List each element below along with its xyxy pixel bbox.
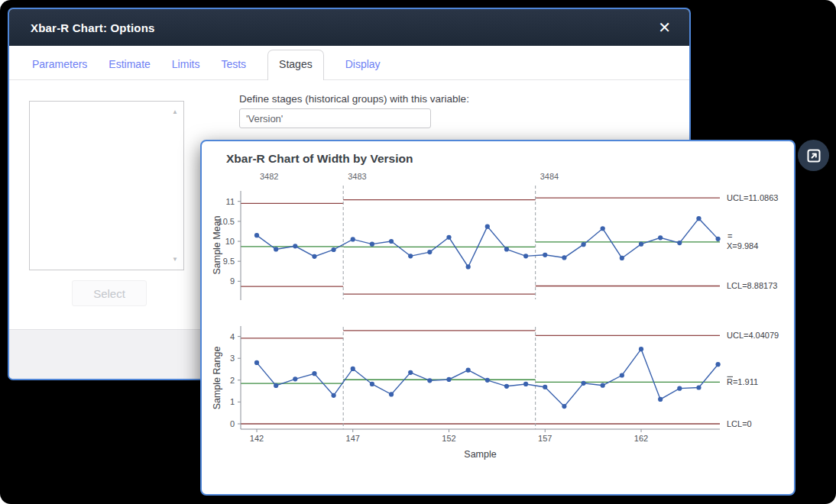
stage-label: 3482 <box>260 172 278 181</box>
mean-data-point <box>658 235 663 240</box>
expand-chart-button[interactable] <box>798 140 829 171</box>
mean-data-point <box>504 247 509 251</box>
mean-data-point <box>523 254 528 258</box>
mean-data-point <box>389 239 394 244</box>
range-data-point <box>389 392 394 396</box>
mean-data-point <box>446 235 451 240</box>
range-data-point <box>274 383 278 388</box>
y-axis-title: Sample Mean <box>212 215 222 274</box>
stage-label: 3484 <box>540 172 559 181</box>
y-tick-label: 3 <box>230 354 235 363</box>
range-data-point <box>620 373 624 377</box>
mean-data-point <box>312 254 316 259</box>
mean-data-point <box>485 225 490 229</box>
range-data-point <box>293 376 297 381</box>
dialog-title: Xbar-R Chart: Options <box>31 21 653 34</box>
open-in-new-icon <box>806 148 821 163</box>
range-data-point <box>716 362 721 367</box>
mean-data-point <box>543 253 547 257</box>
define-stages-label: Define stages (historical groups) with t… <box>239 93 469 105</box>
y-tick-label: 10 <box>225 237 235 246</box>
mean-data-point <box>293 244 297 248</box>
mean-chart: 99.51010.511Sample Mean <box>212 186 721 300</box>
close-icon[interactable]: ✕ <box>653 18 676 37</box>
scroll-up-icon[interactable]: ▲ <box>172 108 178 115</box>
x-axis-title: Sample <box>464 449 496 460</box>
limit-label: LCL=8.88173 <box>727 281 777 290</box>
range-data-point <box>562 404 566 409</box>
tab-parameters[interactable]: Parameters <box>32 50 87 79</box>
scroll-down-icon[interactable]: ▼ <box>172 256 178 263</box>
y-tick-label: 9.5 <box>223 257 235 266</box>
limit-label: UCL=4.04079 <box>727 331 779 340</box>
screen: Xbar-R Chart: Options ✕ Parameters Estim… <box>0 0 836 504</box>
range-data-point <box>351 367 355 371</box>
range-data-point <box>696 385 701 389</box>
range-data-point <box>446 377 451 382</box>
y-tick-label: 1 <box>230 397 235 406</box>
y-tick-label: 9 <box>230 276 235 286</box>
y-tick-label: 4 <box>230 332 235 341</box>
xbar-r-chart-window: Xbar-R Chart of Width by Version 3482348… <box>200 140 795 496</box>
x-tick-label: 162 <box>634 434 648 443</box>
mean-data-point <box>716 237 721 241</box>
range-data-point <box>427 378 432 383</box>
range-data-point <box>504 384 509 389</box>
tab-bar: Parameters Estimate Limits Tests Stages … <box>9 46 689 80</box>
x-tick-label: 152 <box>442 434 455 443</box>
x-tick-label: 157 <box>538 434 552 443</box>
dialog-titlebar: Xbar-R Chart: Options ✕ <box>9 9 689 46</box>
limit-label: R=1.911 <box>727 377 758 386</box>
tab-display[interactable]: Display <box>345 50 381 79</box>
limit-label: UCL=11.0863 <box>727 193 778 202</box>
range-data-point <box>677 386 682 391</box>
tab-tests[interactable]: Tests <box>221 50 246 79</box>
range-data-point <box>254 360 259 365</box>
range-data-point <box>466 368 471 373</box>
y-tick-label: 2 <box>230 376 235 385</box>
y-tick-label: 0 <box>230 419 235 428</box>
range-data-point <box>581 381 585 386</box>
stage-variable-input[interactable] <box>239 108 431 128</box>
mean-data-point <box>677 241 682 245</box>
range-data-point <box>543 385 547 389</box>
range-data-point <box>332 393 336 398</box>
range-data-point <box>523 382 528 386</box>
range-series-line <box>257 349 718 406</box>
mean-data-point <box>408 254 413 258</box>
x-tick-label: 142 <box>250 434 264 443</box>
stage-label: 3483 <box>348 172 366 181</box>
limit-label: X=9.984 <box>727 241 758 250</box>
select-button[interactable]: Select <box>72 280 147 306</box>
mean-data-point <box>332 247 336 252</box>
mean-data-point <box>696 216 701 221</box>
range-data-point <box>658 397 663 402</box>
y-axis-title: Sample Range <box>212 347 222 410</box>
y-tick-label: 11 <box>226 197 235 206</box>
mean-data-point <box>581 242 585 247</box>
mean-data-point <box>562 255 566 260</box>
mean-data-point <box>351 237 355 241</box>
x-tick-label: 147 <box>346 434 360 443</box>
mean-data-point <box>601 226 605 231</box>
limit-label: = <box>727 231 732 241</box>
limit-label: LCL=0 <box>727 419 752 428</box>
mean-data-point <box>639 242 643 247</box>
range-data-point <box>639 347 643 351</box>
mean-data-point <box>427 250 432 254</box>
mean-data-point <box>370 242 374 247</box>
xbar-r-chart: 34823483348499.51010.511Sample Mean01234… <box>202 141 791 491</box>
tab-stages[interactable]: Stages <box>267 50 324 80</box>
range-data-point <box>312 371 316 376</box>
tab-estimate[interactable]: Estimate <box>109 50 150 79</box>
range-chart: 01234Sample Range142147152157162Sample <box>212 326 721 460</box>
range-data-point <box>601 383 605 388</box>
range-data-point <box>408 370 413 375</box>
variables-listbox[interactable]: ▲ ▼ <box>29 101 184 270</box>
mean-data-point <box>466 264 471 269</box>
mean-data-point <box>620 256 624 260</box>
mean-data-point <box>254 233 259 237</box>
mean-data-point <box>274 247 278 251</box>
tab-limits[interactable]: Limits <box>172 50 200 79</box>
range-data-point <box>370 382 374 386</box>
